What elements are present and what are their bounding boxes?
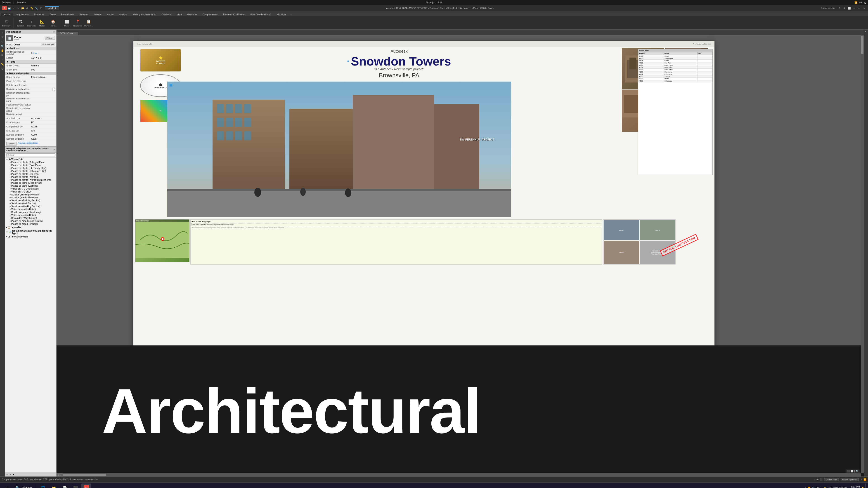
tabla-header[interactable]: ▼ 📊 Tabla de planificación/Cantidades (B… — [5, 229, 56, 235]
ribbon-tool-seleccion[interactable]: ⬚ Seleccion... — [2, 17, 12, 29]
tray-volume[interactable]: 🔊 — [812, 487, 814, 488]
tree-planos-working[interactable]: + Planos de planta (Working) — [8, 175, 56, 178]
identity-section-header[interactable]: ▼ Datos de identidad — [5, 72, 56, 75]
expand-btn[interactable]: ⬜ — [847, 6, 851, 10]
tree-area-rentable[interactable]: + Planos de área (Rentable) — [8, 223, 56, 225]
help-link[interactable]: Ayuda de propiedades — [18, 142, 38, 145]
scrollbar-thumb[interactable] — [861, 36, 864, 54]
maximize-btn[interactable]: □ — [857, 6, 861, 10]
ribbon-context-menu[interactable]: ▼ — [290, 13, 292, 16]
tree-planos-enlarged[interactable]: + Planos de planta (Enlarged Plan) — [8, 161, 56, 164]
tree-secciones-building[interactable]: + Secciones (Building Section) — [8, 199, 56, 202]
ribbon-tool-plano[interactable]: 📋 Plano de... — [84, 17, 94, 29]
notification-btn[interactable]: 🔔 — [861, 487, 864, 488]
edit-tipo-btn[interactable]: ▼ Editar tipo — [41, 43, 55, 46]
network-icon[interactable]: 📶 — [855, 1, 857, 4]
qat-open[interactable]: 📂 — [21, 6, 25, 10]
win-tab-active[interactable]: WinT1S — [45, 6, 59, 10]
tree-detalle-detail[interactable]: + Vistas de detalle (Detail) — [8, 208, 56, 211]
qat-measure[interactable]: 📏 — [30, 6, 34, 10]
view-2d-btn[interactable]: ⬛ — [847, 470, 850, 473]
ribbon-tab-complementos[interactable]: Complementos — [200, 13, 220, 16]
keyboard-icon[interactable]: ⌨ — [859, 1, 862, 4]
ribbon-tool-construir[interactable]: 🏗 Construir — [16, 17, 26, 29]
tool-cursor[interactable]: ↖ — [0, 35, 4, 39]
ribbon-tab-gestionar[interactable]: Gestionar — [185, 13, 199, 16]
leyendas-header[interactable]: + 📋 Leyendas — [5, 226, 56, 229]
tree-3d-view[interactable]: + Vistas 3D (3D View) — [8, 190, 56, 193]
right-panel-btn[interactable]: ▲ — [864, 30, 867, 33]
nav-search-input[interactable] — [6, 153, 55, 157]
tree-secciones-working[interactable]: + Secciones (Working Section) — [8, 205, 56, 208]
tree-alzados-building[interactable]: + Alzados (Building Elevation) — [8, 193, 56, 196]
tree-recorridos[interactable]: + Recorridos (Walkthrough) — [8, 217, 56, 220]
ribbon-tab-estructura[interactable]: Estructura — [31, 13, 47, 16]
tree-diseno-detail[interactable]: + Vistas de diseño (Detail) — [8, 214, 56, 217]
visibility-value[interactable]: Editar... — [31, 52, 55, 55]
qat-snap[interactable]: 🔧 — [34, 6, 38, 10]
rev-emitida-checkbox[interactable] — [52, 88, 55, 91]
tree-techo-ceiling[interactable]: + Planos de techo (Ceiling Plan) — [8, 182, 56, 184]
status-3d-icon[interactable]: ⬛ — [819, 478, 822, 481]
canvas-tab-close[interactable]: × — [74, 33, 75, 35]
tree-area-gross[interactable]: + Planos de área (Gross Building) — [8, 220, 56, 223]
view-scale-btn[interactable]: 🔍 — [856, 470, 859, 473]
taskbar-clock[interactable]: 5:27 PM 29/06/2025 — [848, 485, 860, 488]
taskbar-explorer[interactable]: 📁 — [49, 484, 59, 488]
qat-undo[interactable]: ↩ — [12, 6, 16, 10]
info-btn[interactable]: ℹ — [842, 6, 846, 10]
tool-eye[interactable]: 👁 — [0, 53, 4, 57]
status-eye-icon[interactable]: 👁 — [816, 478, 819, 481]
vertical-scrollbar[interactable] — [861, 35, 864, 473]
h-scrollbar-thumb[interactable] — [61, 474, 106, 476]
tree-rendering[interactable]: + Renderizaciones (Rendering) — [8, 211, 56, 214]
nav-down-btn[interactable]: ▼ — [9, 473, 11, 476]
ribbon-tool-referencia[interactable]: 📍 Referencia — [73, 17, 83, 29]
nav-up-btn[interactable]: ▲ — [6, 473, 8, 476]
ribbon-tab-vista[interactable]: Vista — [174, 13, 184, 16]
status-home-icon[interactable]: ⌂ — [814, 478, 815, 481]
tool-layer[interactable]: ≡ — [0, 58, 4, 62]
warning-icon[interactable]: ⚠ — [861, 478, 863, 481]
nav-prev-btn[interactable]: ◄ — [12, 473, 14, 476]
tree-secciones-wall[interactable]: + Secciones (Wall Section) — [8, 202, 56, 205]
taskbar-edge[interactable]: 🌐 — [38, 484, 48, 488]
scroll-left-btn[interactable]: ◄ — [57, 473, 60, 477]
tree-planos-workdim[interactable]: + Planos de planta (Working Dimensions) — [8, 178, 56, 182]
ribbon-tab-sistemas[interactable]: Sistemas — [77, 13, 91, 16]
tree-alzados-interior[interactable]: + Alzados (Interior Elevation) — [8, 196, 56, 199]
tool-settings[interactable]: ⚙ — [0, 67, 4, 71]
taskbar-chat[interactable]: 💬 — [60, 484, 70, 488]
qat-save[interactable]: 💾 — [7, 6, 11, 10]
close-btn[interactable]: ✕ — [862, 6, 866, 10]
activities-btn[interactable]: Activities — [2, 1, 11, 4]
tool-zoom[interactable]: 🔍 — [0, 44, 4, 48]
revit-r-logo[interactable]: R — [2, 6, 7, 10]
filter-icon[interactable]: 🔽 — [864, 478, 866, 481]
tool-measure[interactable]: 📏 — [0, 62, 4, 66]
view-3d-btn[interactable]: ⬜ — [850, 470, 853, 473]
ribbon-tab-colaborar[interactable]: Colaborar — [159, 13, 174, 16]
tray-network[interactable]: 📶 — [808, 487, 810, 488]
nav-close-btn[interactable]: ✕ — [53, 149, 55, 151]
minimize-btn[interactable]: ─ — [852, 6, 856, 10]
ribbon-tab-elements[interactable]: Elements Codification — [221, 13, 248, 16]
ribbon-tab-modificar[interactable]: Modificar — [274, 13, 288, 16]
ribbon-tab-masa[interactable]: Masa y emplazamiento — [130, 13, 158, 16]
tool-home[interactable]: ⌂ — [0, 31, 4, 35]
qat-arrow[interactable]: ▼ — [39, 6, 43, 10]
properties-close-icon[interactable]: ✕ — [53, 30, 55, 33]
tree-planos-life[interactable]: + Planos de planta (Life Safety Plan) — [8, 167, 56, 170]
ribbon-tool-hueco[interactable]: ⬜ Hueco — [62, 17, 72, 29]
canvas-tab-g000[interactable]: G000 - Cover × — [57, 32, 78, 35]
help-btn[interactable]: ? — [837, 6, 841, 10]
ribbon-tab-pipe[interactable]: Pipe Coordination v2 — [248, 13, 274, 16]
tool-rotate[interactable]: ↻ — [0, 39, 4, 43]
qat-redo[interactable]: ↪ — [16, 6, 20, 10]
ribbon-tool-circulacion[interactable]: ↑ Circulación — [27, 17, 36, 29]
tree-3d-coord[interactable]: + Vistas 3D (3D Coordination) — [8, 187, 56, 190]
tree-planos-floor[interactable]: + Planos de planta (Floor Plan) — [8, 164, 56, 167]
tree-techo-working[interactable]: + Planos de techo (Working) — [8, 184, 56, 187]
apply-btn[interactable]: Aplicar — [6, 142, 17, 145]
ribbon-tab-acero[interactable]: Acero — [47, 13, 58, 16]
